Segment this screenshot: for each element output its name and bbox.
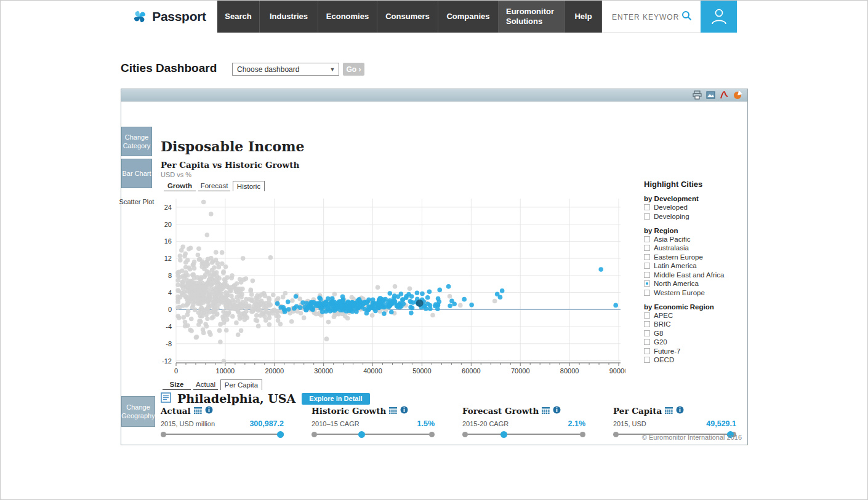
scatter-point[interactable] — [332, 292, 337, 296]
scatter-point[interactable] — [207, 291, 212, 296]
city-report-icon[interactable] — [161, 392, 171, 405]
info-icon[interactable] — [676, 406, 684, 416]
scatter-point[interactable] — [348, 308, 353, 312]
scatter-point[interactable] — [234, 320, 239, 325]
scatter-point[interactable] — [396, 294, 401, 299]
scatter-point[interactable] — [498, 295, 503, 300]
scatter-point[interactable] — [189, 317, 194, 322]
scatter-point[interactable] — [177, 270, 182, 275]
checkbox-row-oecd[interactable]: OECD — [644, 356, 744, 363]
scatter-point[interactable] — [355, 306, 360, 311]
scatter-point[interactable] — [254, 313, 259, 318]
scatter-point[interactable] — [205, 309, 210, 314]
scatter-point[interactable] — [205, 317, 210, 322]
scatter-point[interactable] — [182, 276, 187, 280]
scatter-point[interactable] — [326, 306, 331, 311]
scatter-point[interactable] — [261, 301, 266, 306]
scatter-point[interactable] — [302, 315, 307, 320]
scatter-point[interactable] — [286, 300, 291, 304]
tab-forecast[interactable]: Forecast — [198, 181, 230, 191]
checkbox-row-middle-east-and-africa[interactable]: Middle East and Africa — [644, 271, 744, 279]
scatter-point[interactable] — [223, 279, 228, 284]
scatter-point[interactable] — [408, 305, 413, 310]
scatter-point[interactable] — [350, 295, 355, 300]
scatter-point[interactable] — [268, 255, 273, 260]
scatter-point[interactable] — [341, 306, 346, 311]
checkbox-icon[interactable] — [644, 290, 650, 296]
scatter-point[interactable] — [221, 269, 226, 274]
scatter-point[interactable] — [395, 304, 400, 309]
checkbox-row-eastern-europe[interactable]: Eastern Europe — [644, 253, 744, 261]
scatter-point[interactable] — [207, 277, 212, 282]
scatter-point[interactable] — [231, 306, 236, 311]
passport-logo[interactable]: Passport — [121, 1, 217, 33]
scatter-point[interactable] — [389, 310, 394, 315]
scatter-point[interactable] — [222, 359, 227, 363]
scatter-point[interactable] — [199, 306, 204, 311]
scatter-point[interactable] — [229, 276, 234, 280]
checkbox-row-north-america[interactable]: North America — [644, 280, 744, 287]
scatter-point[interactable] — [208, 332, 213, 337]
scatter-point[interactable] — [370, 313, 375, 318]
scatter-point[interactable] — [229, 288, 234, 293]
info-icon[interactable] — [400, 406, 408, 416]
scatter-point[interactable] — [249, 288, 254, 293]
scatter-point[interactable] — [212, 265, 217, 270]
scatter-point[interactable] — [268, 303, 273, 308]
scatter-point[interactable] — [204, 324, 209, 329]
scatter-point[interactable] — [247, 304, 252, 309]
checkbox-row-future-7[interactable]: Future-7 — [644, 347, 744, 355]
scatter-point[interactable] — [195, 335, 199, 339]
scatter-point[interactable] — [198, 301, 203, 306]
checkbox-row-developing[interactable]: Developing — [644, 213, 744, 220]
search-input[interactable] — [611, 9, 681, 25]
scatter-point[interactable] — [408, 287, 412, 292]
scatter-point[interactable] — [393, 284, 398, 289]
scatter-point[interactable] — [340, 294, 345, 299]
scatter-point[interactable] — [185, 273, 190, 278]
scatter-point[interactable] — [321, 304, 326, 309]
scatter-point[interactable] — [366, 297, 371, 302]
scatter-point[interactable] — [251, 279, 255, 284]
scatter-point[interactable] — [192, 292, 197, 297]
scatter-point[interactable] — [271, 293, 276, 298]
checked-checkbox-icon[interactable] — [644, 280, 650, 287]
checkbox-icon[interactable] — [644, 339, 650, 345]
checkbox-icon[interactable] — [644, 254, 650, 260]
scatter-point[interactable] — [198, 314, 203, 319]
scatter-point[interactable] — [205, 232, 210, 237]
scatter-point[interactable] — [424, 306, 428, 311]
scatter-point[interactable] — [196, 253, 201, 258]
nav-item-help[interactable]: Help — [565, 1, 602, 33]
scatter-point[interactable] — [185, 323, 190, 328]
print-icon[interactable] — [693, 90, 702, 100]
scatter-point[interactable] — [223, 264, 228, 269]
scatter-point[interactable] — [492, 299, 497, 304]
scatter-point[interactable] — [204, 312, 209, 317]
scatter-point[interactable] — [343, 314, 348, 319]
scatter-point[interactable] — [214, 258, 219, 263]
info-icon[interactable] — [553, 406, 561, 416]
checkbox-row-latin-america[interactable]: Latin America — [644, 262, 744, 269]
scatter-point[interactable] — [254, 302, 259, 307]
checkbox-icon[interactable] — [644, 204, 650, 210]
change-geography-button[interactable]: Change Geography — [121, 396, 155, 427]
scatter-point[interactable] — [220, 261, 225, 266]
scatter-point[interactable] — [462, 297, 467, 302]
slider-thumb[interactable] — [277, 431, 284, 438]
scatter-point[interactable] — [452, 301, 457, 306]
scatter-point[interactable] — [275, 301, 280, 306]
data-grid-icon[interactable] — [194, 406, 202, 416]
scatter-point[interactable] — [256, 323, 261, 328]
scatter-point[interactable] — [298, 305, 303, 310]
scatter-point[interactable] — [317, 296, 322, 301]
scatter-point[interactable] — [175, 305, 180, 310]
scatter-point[interactable] — [275, 314, 279, 319]
nav-item-economies[interactable]: Economies — [318, 1, 377, 33]
checkbox-icon[interactable] — [644, 357, 650, 363]
scatter-point[interactable] — [239, 328, 244, 333]
scatter-point[interactable] — [382, 305, 387, 310]
scatter-point[interactable] — [404, 295, 409, 300]
scatter-point[interactable] — [326, 320, 331, 325]
scatter-point[interactable] — [289, 319, 294, 324]
